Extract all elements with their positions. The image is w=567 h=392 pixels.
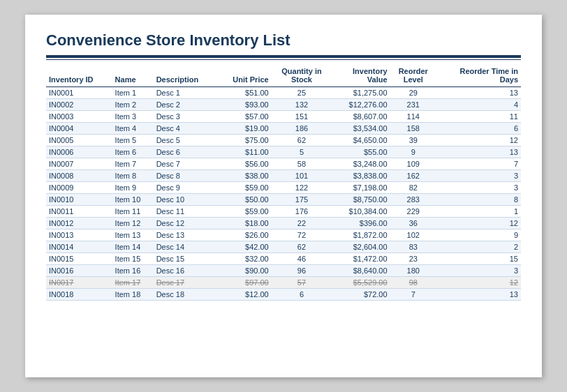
table-cell: $12.00 bbox=[216, 289, 271, 301]
table-cell: $42.00 bbox=[216, 241, 271, 253]
table-cell: Desc 8 bbox=[154, 170, 217, 182]
table-cell: 229 bbox=[390, 206, 436, 218]
table-cell: 13 bbox=[436, 87, 521, 99]
table-cell: $26.00 bbox=[216, 229, 271, 241]
table-cell: 162 bbox=[390, 170, 436, 182]
table-cell: 57 bbox=[272, 277, 332, 289]
table-row: IN0012Item 12Desc 12$18.0022$396.003612 bbox=[46, 218, 521, 229]
table-cell: $93.00 bbox=[216, 99, 271, 111]
table-cell: 25 bbox=[272, 87, 332, 99]
table-cell: IN0012 bbox=[46, 218, 112, 229]
table-cell: Desc 13 bbox=[154, 229, 217, 241]
table-cell: 109 bbox=[390, 158, 436, 170]
table-cell: IN0016 bbox=[46, 265, 112, 277]
table-cell: $3,248.00 bbox=[332, 158, 390, 170]
table-cell: Desc 2 bbox=[154, 99, 217, 111]
table-cell: $1,472.00 bbox=[332, 253, 390, 265]
table-cell: $55.00 bbox=[332, 146, 390, 158]
table-cell: 151 bbox=[272, 111, 332, 123]
table-cell: 158 bbox=[390, 123, 436, 135]
table-cell: $59.00 bbox=[216, 206, 271, 218]
table-cell: Desc 17 bbox=[154, 277, 217, 289]
table-cell: $5,529.00 bbox=[332, 277, 390, 289]
table-cell: Item 13 bbox=[112, 229, 154, 241]
table-cell: $72.00 bbox=[332, 289, 390, 301]
table-cell: Item 6 bbox=[112, 146, 154, 158]
table-cell: IN0004 bbox=[46, 123, 112, 135]
table-cell: 132 bbox=[272, 99, 332, 111]
table-cell: Desc 5 bbox=[154, 135, 217, 146]
table-header-row: Inventory ID Name Description Unit Price… bbox=[46, 64, 521, 87]
table-cell: Desc 1 bbox=[154, 87, 217, 99]
table-cell: Item 16 bbox=[112, 265, 154, 277]
table-cell: IN0005 bbox=[46, 135, 112, 146]
table-cell: $2,604.00 bbox=[332, 241, 390, 253]
table-cell: 23 bbox=[390, 253, 436, 265]
table-cell: 101 bbox=[272, 170, 332, 182]
table-cell: Item 1 bbox=[112, 87, 154, 99]
table-cell: $18.00 bbox=[216, 218, 271, 229]
table-cell: Item 14 bbox=[112, 241, 154, 253]
table-cell: 12 bbox=[436, 277, 521, 289]
table-cell: 39 bbox=[390, 135, 436, 146]
table-row: IN0002Item 2Desc 2$93.00132$12,276.00231… bbox=[46, 99, 521, 111]
table-cell: IN0001 bbox=[46, 87, 112, 99]
table-cell: $10,384.00 bbox=[332, 206, 390, 218]
table-cell: 7 bbox=[390, 289, 436, 301]
table-cell: $32.00 bbox=[216, 253, 271, 265]
table-cell: IN0014 bbox=[46, 241, 112, 253]
table-cell: 283 bbox=[390, 194, 436, 206]
table-cell: 5 bbox=[272, 146, 332, 158]
table-cell: 62 bbox=[272, 241, 332, 253]
col-inventory-id: Inventory ID bbox=[46, 64, 112, 87]
table-cell: 6 bbox=[272, 289, 332, 301]
table-cell: 82 bbox=[390, 182, 436, 194]
col-inventory-value: InventoryValue bbox=[332, 64, 390, 87]
table-cell: 4 bbox=[436, 99, 521, 111]
table-cell: Item 17 bbox=[112, 277, 154, 289]
table-cell: $51.00 bbox=[216, 87, 271, 99]
table-cell: 102 bbox=[390, 229, 436, 241]
col-reorder-days: Reorder Time inDays bbox=[436, 64, 521, 87]
table-cell: 13 bbox=[436, 146, 521, 158]
table-cell: Item 5 bbox=[112, 135, 154, 146]
table-cell: 180 bbox=[390, 265, 436, 277]
table-cell: IN0006 bbox=[46, 146, 112, 158]
table-cell: 22 bbox=[272, 218, 332, 229]
table-cell: $38.00 bbox=[216, 170, 271, 182]
table-cell: 62 bbox=[272, 135, 332, 146]
table-row: IN0010Item 10Desc 10$50.00175$8,750.0028… bbox=[46, 194, 521, 206]
table-row: IN0008Item 8Desc 8$38.00101$3,838.001623 bbox=[46, 170, 521, 182]
table-cell: 12 bbox=[436, 135, 521, 146]
table-cell: $396.00 bbox=[332, 218, 390, 229]
table-cell: Item 18 bbox=[112, 289, 154, 301]
table-cell: 98 bbox=[390, 277, 436, 289]
col-description: Description bbox=[154, 64, 217, 87]
table-row: IN0011Item 11Desc 11$59.00176$10,384.002… bbox=[46, 206, 521, 218]
table-row: IN0014Item 14Desc 14$42.0062$2,604.00832 bbox=[46, 241, 521, 253]
table-cell: IN0010 bbox=[46, 194, 112, 206]
table-row: IN0013Item 13Desc 13$26.0072$1,872.00102… bbox=[46, 229, 521, 241]
table-cell: IN0002 bbox=[46, 99, 112, 111]
table-cell: Desc 9 bbox=[154, 182, 217, 194]
table-cell: Item 11 bbox=[112, 206, 154, 218]
table-cell: Desc 7 bbox=[154, 158, 217, 170]
table-cell: IN0009 bbox=[46, 182, 112, 194]
table-cell: $3,838.00 bbox=[332, 170, 390, 182]
table-cell: Desc 12 bbox=[154, 218, 217, 229]
table-cell: 122 bbox=[272, 182, 332, 194]
table-cell: 1 bbox=[436, 206, 521, 218]
col-quantity: Quantity inStock bbox=[272, 64, 332, 87]
table-cell: $75.00 bbox=[216, 135, 271, 146]
table-cell: 58 bbox=[272, 158, 332, 170]
table-cell: Desc 3 bbox=[154, 111, 217, 123]
table-row: IN0003Item 3Desc 3$57.00151$8,607.001141… bbox=[46, 111, 521, 123]
col-reorder-level: ReorderLevel bbox=[390, 64, 436, 87]
table-cell: IN0011 bbox=[46, 206, 112, 218]
table-cell: $8,750.00 bbox=[332, 194, 390, 206]
table-cell: 11 bbox=[436, 111, 521, 123]
table-cell: Item 7 bbox=[112, 158, 154, 170]
table-cell: $50.00 bbox=[216, 194, 271, 206]
table-cell: 175 bbox=[272, 194, 332, 206]
table-row: IN0005Item 5Desc 5$75.0062$4,650.003912 bbox=[46, 135, 521, 146]
